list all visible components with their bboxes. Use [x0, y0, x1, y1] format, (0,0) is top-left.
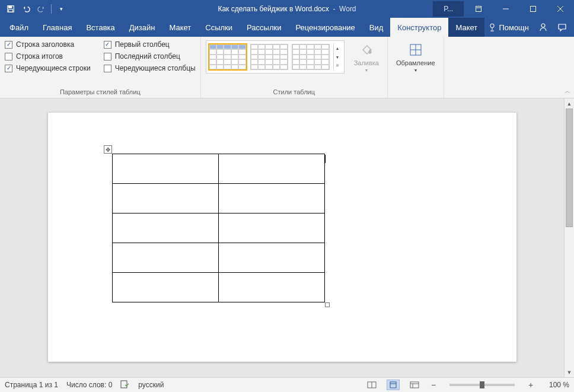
svg-rect-1: [9, 6, 12, 8]
table-styles-gallery[interactable]: ▴▾≡: [206, 40, 345, 74]
status-language[interactable]: русский: [138, 381, 164, 389]
qat-customize-button[interactable]: ▾: [54, 2, 68, 16]
ribbon-tabs: Файл Главная Вставка Дизайн Макет Ссылки…: [0, 18, 574, 37]
scroll-thumb[interactable]: [566, 109, 573, 227]
chk-banded-rows[interactable]: ✓Чередующиеся строки: [5, 64, 91, 72]
tab-view[interactable]: Вид: [362, 18, 391, 37]
scroll-up-button[interactable]: ▲: [565, 98, 574, 109]
status-bar: Страница 1 из 1 Число слов: 0 русский − …: [0, 377, 574, 392]
bucket-icon: [358, 42, 375, 58]
workspace: ✥ ▲ ▼: [0, 98, 574, 377]
tab-file[interactable]: Файл: [2, 18, 36, 37]
svg-rect-2: [9, 9, 13, 12]
zoom-slider[interactable]: [449, 384, 515, 386]
group-table-styles: ▴▾≡ Заливка ▾ Стили таблиц: [201, 37, 388, 98]
table-cell[interactable]: [218, 154, 324, 184]
ribbon: ✓Строка заголовка Строка итогов ✓Чередую…: [0, 37, 574, 98]
redo-button[interactable]: [34, 2, 49, 16]
close-button[interactable]: [547, 0, 574, 18]
document-table[interactable]: ✥: [112, 154, 325, 302]
page[interactable]: ✥: [48, 113, 516, 362]
tab-design[interactable]: Дизайн: [122, 18, 162, 37]
tell-me-button[interactable]: Помощн: [484, 18, 532, 37]
minimize-button[interactable]: [492, 0, 519, 18]
zoom-out-button[interactable]: −: [429, 380, 438, 390]
table-cell[interactable]: [218, 184, 324, 213]
comments-button[interactable]: [554, 18, 570, 37]
svg-rect-3: [476, 7, 481, 12]
group-borders: Обрамление ▾: [388, 37, 444, 98]
table-cell[interactable]: [112, 243, 218, 273]
document-area[interactable]: ✥: [0, 98, 564, 377]
tab-insert[interactable]: Вставка: [79, 18, 122, 37]
borders-icon: [407, 42, 424, 58]
borders-button[interactable]: Обрамление ▾: [393, 40, 439, 74]
tab-home[interactable]: Главная: [36, 18, 79, 37]
chk-banded-columns[interactable]: Чередующиеся столбцы: [104, 64, 196, 72]
save-button[interactable]: [4, 2, 18, 16]
status-page[interactable]: Страница 1 из 1: [5, 381, 58, 389]
gallery-expand-button[interactable]: ▴▾≡: [333, 44, 342, 70]
share-button[interactable]: [535, 18, 551, 37]
table-move-handle[interactable]: ✥: [104, 145, 112, 154]
quick-access-toolbar: ▾: [0, 2, 68, 16]
table-resize-handle[interactable]: [325, 302, 330, 307]
svg-rect-17: [390, 382, 396, 388]
chk-total-row[interactable]: Строка итогов: [5, 52, 91, 60]
tab-references[interactable]: Ссылки: [198, 18, 240, 37]
table-cell[interactable]: [218, 213, 324, 243]
chk-last-column[interactable]: Последний столбец: [104, 52, 196, 60]
tab-review[interactable]: Рецензирование: [288, 18, 362, 37]
table-cell[interactable]: [112, 213, 218, 243]
scroll-track[interactable]: [565, 109, 574, 367]
table-cell[interactable]: [112, 184, 218, 213]
web-layout-button[interactable]: [408, 380, 421, 390]
table-style-thumb[interactable]: [209, 44, 247, 70]
tab-table-layout[interactable]: Макет: [448, 18, 484, 37]
zoom-in-button[interactable]: +: [527, 380, 535, 390]
svg-point-10: [541, 24, 545, 27]
zoom-slider-knob[interactable]: [480, 381, 484, 388]
title-bar: ▾ Как сделать бейджик в Word.docx - Word…: [0, 0, 574, 18]
spellcheck-icon[interactable]: [120, 380, 130, 390]
table-cell[interactable]: [112, 154, 218, 184]
group-table-style-options: ✓Строка заголовка Строка итогов ✓Чередую…: [0, 37, 201, 98]
chk-header-row[interactable]: ✓Строка заголовка: [5, 40, 91, 49]
table-cell[interactable]: [112, 273, 218, 302]
tab-layout[interactable]: Макет: [162, 18, 198, 37]
account-button[interactable]: Р...: [433, 1, 464, 17]
scroll-down-button[interactable]: ▼: [565, 367, 574, 377]
svg-rect-6: [531, 7, 536, 12]
svg-rect-14: [121, 381, 127, 388]
chk-first-column[interactable]: ✓Первый столбец: [104, 40, 196, 49]
tab-table-design[interactable]: Конструктор: [390, 18, 448, 37]
shading-button[interactable]: Заливка ▾: [350, 40, 382, 74]
ribbon-display-button[interactable]: [465, 0, 492, 18]
table-cell[interactable]: [218, 243, 324, 273]
tab-mailings[interactable]: Рассылки: [240, 18, 288, 37]
undo-button[interactable]: [19, 2, 33, 16]
zoom-level[interactable]: 100 %: [543, 381, 569, 389]
print-layout-button[interactable]: [387, 380, 400, 390]
status-word-count[interactable]: Число слов: 0: [66, 381, 112, 389]
svg-point-9: [490, 24, 494, 27]
svg-rect-19: [410, 382, 419, 388]
maximize-button[interactable]: [519, 0, 547, 18]
collapse-ribbon-button[interactable]: ︿: [565, 87, 570, 95]
group-label: Параметры стилей таблиц: [5, 88, 196, 97]
read-mode-button[interactable]: [365, 380, 378, 390]
group-label: Стили таблиц: [206, 88, 382, 97]
vertical-scrollbar[interactable]: ▲ ▼: [564, 98, 574, 377]
table-style-thumb[interactable]: [250, 44, 288, 70]
table-cell[interactable]: [218, 273, 324, 302]
table-style-thumb[interactable]: [292, 44, 330, 70]
